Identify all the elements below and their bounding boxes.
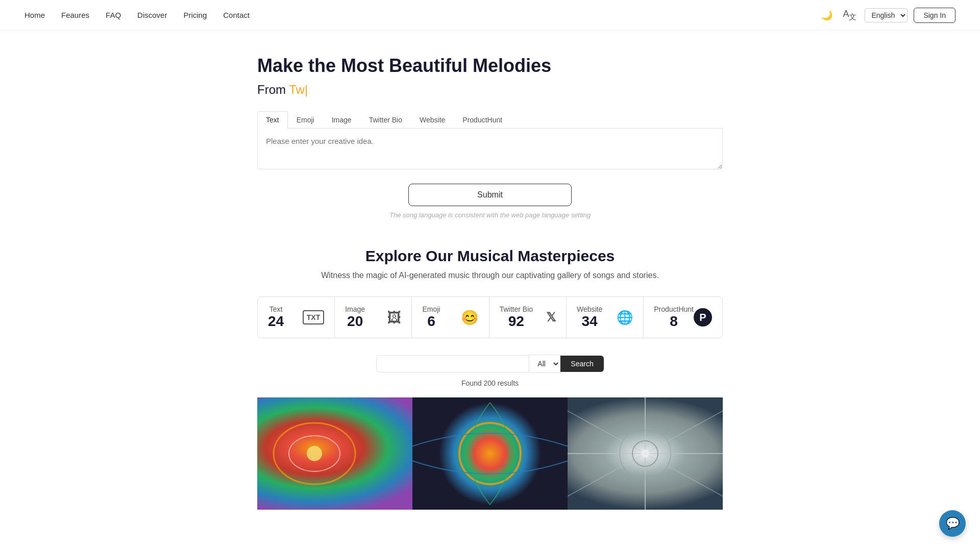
svg-rect-0 [257,397,412,510]
stat-producthunt-label: ProductHunt [654,305,694,313]
language-select[interactable]: English [865,8,908,22]
tab-text[interactable]: Text [257,111,288,129]
stat-twitter-count: 92 [500,313,533,330]
tab-image[interactable]: Image [323,111,360,128]
globe-icon: 🌐 [617,310,633,325]
stat-twitter[interactable]: Twitter Bio 92 𝕏 [489,297,567,338]
dark-mode-toggle[interactable]: 🌙 [819,8,835,23]
gallery-item-1[interactable] [257,397,412,510]
stat-producthunt-left: ProductHunt 8 [654,305,694,330]
stat-text-count: 24 [268,313,284,330]
explore-section: Explore Our Musical Masterpieces Witness… [245,247,735,510]
nav-right-controls: 🌙 A文 English Sign In [819,7,955,24]
gallery-item-2[interactable] [412,397,568,510]
subtitle-prefix: From [257,83,289,96]
stat-emoji-label: Emoji [422,305,440,313]
input-tabs: Text Emoji Image Twitter Bio Website Pro… [257,111,723,129]
gallery-image-2 [412,397,568,510]
signin-button[interactable]: Sign In [914,8,955,23]
search-button[interactable]: Search [560,356,603,372]
stat-twitter-label: Twitter Bio [500,305,533,313]
stat-text[interactable]: Text 24 TXT [258,297,335,338]
gallery-image-1 [257,397,412,510]
nav-home[interactable]: Home [24,11,45,19]
txt-icon: TXT [303,310,324,324]
stat-producthunt-count: 8 [654,313,694,330]
stat-twitter-left: Twitter Bio 92 [500,305,533,330]
stat-emoji-count: 6 [422,313,440,330]
stat-website-left: Website 34 [577,305,602,330]
gallery-image-3 [568,397,723,510]
submit-button[interactable]: Submit [408,184,572,206]
explore-title: Explore Our Musical Masterpieces [257,247,723,265]
nav-faq[interactable]: FAQ [106,11,121,19]
image-icon: 🖼 [387,309,401,326]
search-bar: All Search [257,355,723,373]
stat-image-label: Image [345,305,365,313]
svg-point-3 [307,446,322,461]
submit-area: Submit The song language is consistent w… [257,184,723,219]
nav-features[interactable]: Feaures [61,11,89,19]
navbar: Home Feaures FAQ Discover Pricing Contac… [0,0,980,31]
hero-subtitle: From Tw| [257,83,723,97]
creative-idea-input[interactable] [257,129,723,169]
stat-emoji-left: Emoji 6 [422,305,440,330]
search-filter-select[interactable]: All [529,355,560,373]
nav-discover[interactable]: Discover [137,11,167,19]
emoji-icon: 😊 [461,309,479,326]
nav-pricing[interactable]: Pricing [183,11,207,19]
tab-producthunt[interactable]: ProductHunt [454,111,511,128]
explore-description: Witness the magic of AI-generated music … [257,271,723,280]
svg-point-5 [439,403,541,505]
stat-image[interactable]: Image 20 🖼 [335,297,412,338]
stat-producthunt[interactable]: ProductHunt 8 P [644,297,722,338]
tab-website[interactable]: Website [411,111,454,128]
tab-emoji[interactable]: Emoji [288,111,323,128]
stat-website-count: 34 [577,313,602,330]
gallery-grid [257,397,723,510]
search-results-count: Found 200 results [257,379,723,387]
nav-contact[interactable]: Contact [223,11,250,19]
gallery-item-3[interactable] [568,397,723,510]
stat-image-left: Image 20 [345,305,365,330]
stats-grid: Text 24 TXT Image 20 🖼 Emoji 6 😊 Twitter… [257,296,723,338]
stat-website-label: Website [577,305,602,313]
stat-website[interactable]: Website 34 🌐 [567,297,644,338]
stat-text-left: Text 24 [268,305,284,330]
language-note: The song language is consistent with the… [389,211,591,219]
stat-image-count: 20 [345,313,365,330]
subtitle-animated: Tw| [289,83,308,96]
hero-title: Make the Most Beautiful Melodies [257,55,723,77]
stat-text-label: Text [268,305,284,313]
svg-point-15 [641,449,649,458]
producthunt-icon: P [694,308,712,327]
stat-emoji[interactable]: Emoji 6 😊 [412,297,489,338]
twitter-x-icon: 𝕏 [546,310,556,324]
search-input[interactable] [376,355,529,372]
nav-links: Home Feaures FAQ Discover Pricing Contac… [24,11,250,19]
hero-section: Make the Most Beautiful Melodies From Tw… [245,55,735,219]
translate-icon[interactable]: A文 [841,7,859,24]
tab-twitter-bio[interactable]: Twitter Bio [360,111,411,128]
